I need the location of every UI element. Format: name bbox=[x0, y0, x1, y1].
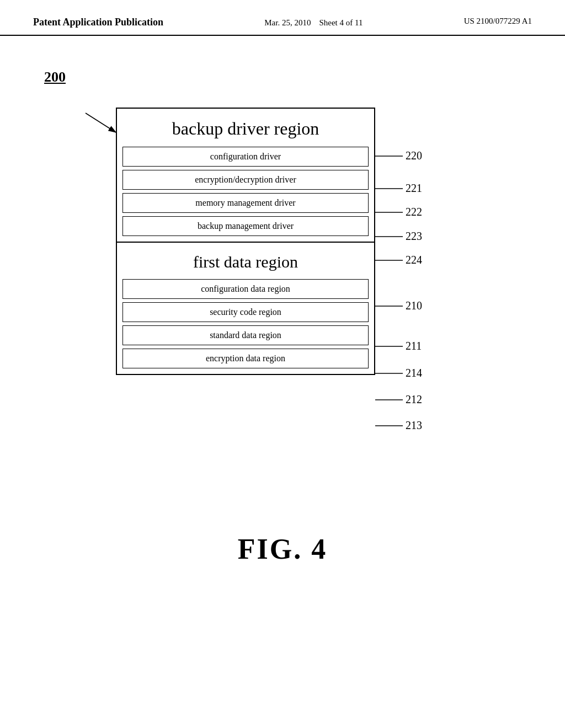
main-diagram-box: backup driver region configuration drive… bbox=[116, 108, 375, 375]
publication-label: Patent Application Publication bbox=[33, 17, 163, 28]
configuration-data-region-box: configuration data region bbox=[122, 279, 369, 299]
configuration-driver-box: configuration driver bbox=[122, 147, 369, 167]
security-code-region-box: security code region bbox=[122, 302, 369, 322]
backup-management-driver-box: backup management driver bbox=[122, 216, 369, 236]
svg-text:224: 224 bbox=[406, 254, 422, 266]
header-date-sheet: Mar. 25, 2010 Sheet 4 of 11 bbox=[264, 17, 363, 29]
svg-text:214: 214 bbox=[406, 367, 422, 379]
svg-text:220: 220 bbox=[406, 149, 422, 162]
page-header: Patent Application Publication Mar. 25, … bbox=[0, 0, 565, 36]
svg-text:222: 222 bbox=[406, 206, 422, 218]
backup-driver-title: backup driver region bbox=[117, 109, 374, 143]
encryption-decryption-driver-box: encryption/decryption driver bbox=[122, 170, 369, 190]
first-data-title: first data region bbox=[117, 243, 374, 276]
diagram-area: 220 221 222 223 224 210 211 214 212 213 … bbox=[0, 36, 565, 587]
svg-text:212: 212 bbox=[406, 393, 422, 405]
svg-line-1 bbox=[86, 113, 116, 132]
standard-data-region-box: standard data region bbox=[122, 325, 369, 345]
svg-text:221: 221 bbox=[406, 182, 422, 194]
svg-text:211: 211 bbox=[406, 340, 422, 352]
memory-management-driver-box: memory management driver bbox=[122, 193, 369, 213]
svg-text:210: 210 bbox=[406, 299, 422, 312]
svg-text:223: 223 bbox=[406, 230, 422, 242]
backup-driver-region: backup driver region configuration drive… bbox=[117, 109, 374, 243]
encryption-data-region-box: encryption data region bbox=[122, 349, 369, 368]
patent-number: US 2100/077229 A1 bbox=[464, 17, 532, 26]
svg-text:213: 213 bbox=[406, 419, 422, 431]
ref-200-label: 200 bbox=[44, 69, 66, 85]
figure-label: FIG. 4 bbox=[238, 533, 327, 565]
first-data-region: first data region configuration data reg… bbox=[117, 243, 374, 368]
